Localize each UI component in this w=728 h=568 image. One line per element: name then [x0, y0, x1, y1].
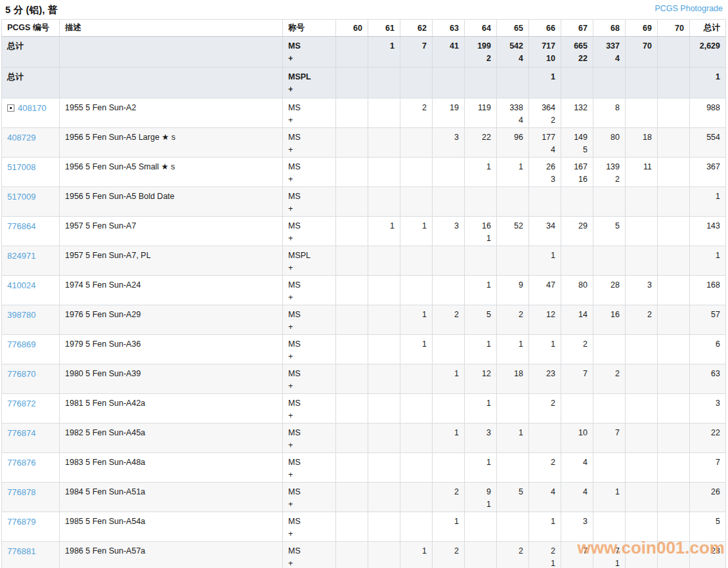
grade-cell-67: 3	[561, 512, 593, 542]
grade-cell-68: 16	[593, 305, 626, 335]
grade-cell-62	[400, 453, 433, 483]
grade-cell-60	[336, 424, 368, 453]
grade-cell-60	[336, 98, 368, 128]
grade-cell-68: 5	[593, 217, 626, 246]
total-cell: 988	[690, 98, 726, 128]
description-cell: 1974 5 Fen Sun-A24	[60, 276, 283, 305]
column-header-60: 60	[336, 20, 368, 37]
grade-cell-61	[368, 276, 400, 305]
pcgs-number-link[interactable]: 517008	[7, 162, 35, 172]
pcgs-number-link[interactable]: 824971	[7, 251, 35, 261]
grade-cell-62: 1	[400, 335, 433, 364]
grade-cell-69	[626, 335, 658, 364]
grade-cell-63: 1	[433, 424, 465, 453]
grade-cell-70	[658, 246, 690, 276]
pcgs-number-cell: 408729	[2, 128, 60, 158]
grade-cell-67: 14	[561, 305, 593, 335]
summary-label: 总计	[7, 72, 24, 81]
grade-cell-64	[465, 68, 497, 98]
description-cell	[60, 68, 283, 98]
pcgs-number-link[interactable]: 398780	[7, 310, 35, 320]
grade-cell-63: 2	[433, 305, 465, 335]
grade-cell-70	[658, 187, 690, 217]
grade-cell-61	[368, 483, 400, 512]
pcgs-number-link[interactable]: 776872	[7, 399, 35, 408]
grade-cell-62	[400, 128, 433, 158]
grade-cell-61	[368, 98, 400, 128]
pcgs-number-cell: 398780	[2, 305, 60, 335]
grade-cell-63: 1	[433, 512, 465, 542]
table-row: 4081701955 5 Fen Sun-A2MS+21911933843642…	[2, 98, 726, 128]
grade-cell-66: 23	[529, 364, 561, 394]
designation-cell: MS+	[283, 98, 336, 128]
grade-cell-65	[497, 68, 529, 98]
grade-cell-65: 52	[497, 217, 529, 246]
pcgs-number-link[interactable]: 776869	[7, 339, 35, 349]
pcgs-number-link[interactable]: 776881	[7, 546, 35, 556]
grade-cell-69: 70	[626, 37, 658, 68]
pcgs-number-link[interactable]: 408729	[7, 133, 35, 142]
total-cell: 6	[690, 335, 726, 364]
total-cell: 63	[690, 364, 726, 394]
pcgs-number-link[interactable]: 776876	[7, 458, 35, 468]
grade-cell-66: 21	[529, 542, 561, 568]
grade-cell-63	[433, 335, 465, 364]
pcgs-number-cell: 776879	[2, 512, 60, 542]
description-cell: 1976 5 Fen Sun-A29	[60, 305, 283, 335]
designation-cell: MS+	[283, 158, 336, 187]
grade-cell-61	[368, 68, 400, 98]
designation-cell: MS+	[283, 424, 336, 453]
pcgs-number-link[interactable]: 410024	[7, 280, 35, 290]
column-header-62: 62	[400, 20, 433, 37]
grade-cell-62: 2	[400, 98, 433, 128]
grade-cell-67: 29	[561, 217, 593, 246]
pcgs-number-link[interactable]: 776864	[7, 221, 35, 231]
pcgs-number-cell: 517009	[2, 187, 60, 217]
grade-plus-count: 5	[567, 144, 588, 156]
grade-cell-69	[626, 246, 658, 276]
grade-cell-70	[658, 68, 690, 98]
grade-cell-68	[593, 246, 626, 276]
grade-cell-69	[626, 217, 658, 246]
designation-cell: MSPL+	[283, 246, 336, 276]
column-header-70: 70	[658, 20, 690, 37]
grade-cell-67: 10	[561, 424, 593, 453]
grade-cell-64: 12	[465, 364, 497, 394]
grade-cell-70	[658, 542, 690, 568]
grade-cell-68: 71	[593, 542, 626, 568]
summary-label: 总计	[7, 41, 24, 51]
grade-cell-61	[368, 542, 400, 568]
column-header-total: 总计	[690, 20, 726, 37]
grade-plus-count: 4	[599, 53, 620, 65]
pcgs-number-link[interactable]: 776870	[7, 369, 35, 379]
pcgs-number-link[interactable]: 776878	[7, 487, 35, 497]
expand-icon[interactable]	[7, 104, 14, 112]
designation-cell: MS+	[283, 37, 336, 68]
grade-cell-68: 1	[593, 483, 626, 512]
description-cell: 1980 5 Fen Sun-A39	[60, 364, 283, 394]
pcgs-number-link[interactable]: 776879	[7, 517, 35, 527]
grade-cell-65: 2	[497, 542, 529, 568]
grade-cell-64: 119	[465, 98, 497, 128]
pcgs-number-link[interactable]: 776874	[7, 428, 35, 438]
column-header-64: 64	[465, 20, 497, 37]
grade-cell-62	[400, 424, 433, 453]
pcgs-number-link[interactable]: 517009	[7, 192, 35, 202]
pcgs-number-link[interactable]: 408170	[18, 103, 46, 113]
total-cell: 5	[690, 512, 726, 542]
grade-cell-62	[400, 512, 433, 542]
grade-cell-68: 3374	[593, 37, 626, 68]
grade-cell-67: 1495	[561, 128, 593, 158]
table-row: 4100241974 5 Fen Sun-A24MS+194780283168	[2, 276, 726, 305]
designation-cell: MS+	[283, 217, 336, 246]
grade-cell-60	[336, 276, 368, 305]
pcgs-number-cell: 776874	[2, 424, 60, 453]
pcgs-photograde-link[interactable]: PCGS Photograde	[654, 4, 723, 13]
grade-cell-64	[465, 512, 497, 542]
grade-cell-63: 3	[433, 217, 465, 246]
grade-cell-63: 3	[433, 128, 465, 158]
grade-cell-65: 2	[497, 305, 529, 335]
grade-plus-count: 1	[470, 498, 491, 511]
grade-cell-69: 18	[626, 128, 658, 158]
grade-cell-63	[433, 453, 465, 483]
